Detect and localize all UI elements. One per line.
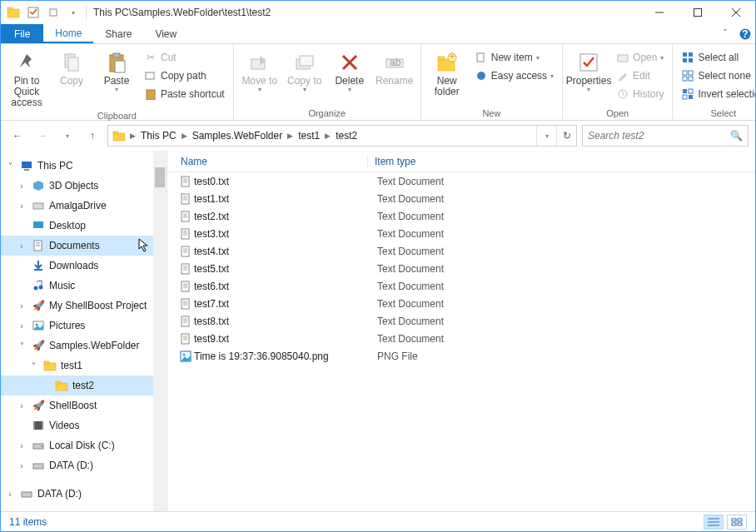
forward-button[interactable]: → (32, 126, 52, 146)
tree-item[interactable]: Videos (1, 415, 167, 435)
tree-test1[interactable]: ˅test1 (1, 355, 167, 375)
crumb-this-pc[interactable]: This PC (139, 130, 178, 142)
file-row[interactable]: test5.txtText Document (177, 260, 755, 277)
tree-item[interactable]: Downloads (1, 256, 167, 276)
collapse-icon[interactable]: ˅ (16, 341, 27, 351)
tree-item[interactable]: ›AmalgaDrive (1, 196, 167, 216)
chevron-right-icon[interactable]: ▶ (323, 132, 332, 140)
expand-icon[interactable]: › (16, 401, 27, 410)
recent-dropdown[interactable]: ▾ (57, 126, 77, 146)
collapse-icon[interactable]: ˅ (27, 361, 39, 370)
move-to-button[interactable]: Move to▾ (239, 46, 281, 94)
expand-icon[interactable]: › (16, 301, 27, 311)
navigation-tree[interactable]: ˅This PC ›3D Objects ›AmalgaDrive Deskto… (1, 151, 167, 511)
address-dropdown[interactable]: ▾ (536, 126, 556, 146)
tab-home[interactable]: Home (43, 24, 93, 43)
open-button[interactable]: Open ▾ (613, 49, 667, 66)
tree-item-documents[interactable]: ›Documents (1, 236, 167, 256)
file-row[interactable]: test7.txtText Document (177, 295, 755, 312)
minimize-button[interactable] (640, 1, 679, 24)
chevron-right-icon[interactable]: ▶ (180, 132, 189, 140)
collapse-icon[interactable]: ˅ (4, 162, 16, 171)
close-button[interactable] (717, 1, 755, 24)
tree-test2-selected[interactable]: test2 (1, 375, 167, 395)
expand-icon[interactable]: › (16, 201, 27, 211)
file-row[interactable]: test9.txtText Document (177, 330, 755, 347)
file-row[interactable]: test2.txtText Document (177, 207, 755, 225)
search-icon[interactable]: 🔍 (730, 130, 743, 142)
folder-icon[interactable] (4, 3, 22, 22)
new-folder-button[interactable]: ✳ New folder (426, 46, 468, 97)
search-input[interactable] (588, 130, 730, 142)
pin-quick-access-button[interactable]: Pin to Quick access (6, 46, 47, 109)
tab-share[interactable]: Share (93, 24, 143, 43)
expand-icon[interactable]: › (4, 490, 16, 499)
select-none-button[interactable]: Select none (678, 67, 756, 84)
tree-item[interactable]: ›3D Objects (1, 176, 167, 196)
cut-button[interactable]: ✂Cut (141, 49, 228, 66)
help-icon[interactable]: ? (735, 24, 755, 43)
details-view-button[interactable] (704, 515, 724, 530)
expand-icon[interactable]: › (16, 181, 27, 191)
column-item-type[interactable]: Item type (367, 156, 755, 167)
select-all-button[interactable]: Select all (678, 49, 756, 66)
paste-button[interactable]: Paste ▾ (96, 46, 137, 94)
refresh-button[interactable]: ↻ (556, 126, 576, 146)
file-row[interactable]: test4.txtText Document (177, 242, 755, 260)
file-row[interactable]: Time is 19:37:36.9085040.pngPNG File (177, 347, 755, 365)
tree-item[interactable]: Music (1, 276, 167, 296)
edit-button[interactable]: Edit (613, 67, 667, 84)
crumb-test1[interactable]: test1 (296, 130, 321, 142)
file-row[interactable]: test8.txtText Document (177, 312, 755, 330)
copy-to-button[interactable]: Copy to▾ (284, 46, 326, 94)
chevron-right-icon[interactable]: ▶ (128, 132, 137, 140)
properties-icon[interactable] (24, 3, 42, 22)
tree-item[interactable]: ›🚀My ShellBoost Project (1, 296, 167, 316)
tab-file[interactable]: File (1, 24, 43, 43)
file-row[interactable]: test3.txtText Document (177, 225, 755, 242)
expand-icon[interactable]: › (16, 321, 27, 331)
expand-icon[interactable]: › (16, 241, 27, 251)
search-box[interactable]: 🔍 (582, 125, 749, 147)
qat-dropdown-icon[interactable] (44, 3, 62, 22)
copy-button[interactable]: Copy (51, 46, 92, 87)
expand-icon[interactable]: › (16, 441, 27, 450)
back-button[interactable]: ← (7, 126, 27, 146)
qat-customize-icon[interactable]: ▾ (64, 3, 82, 22)
scrollbar-thumb[interactable] (155, 167, 165, 187)
paste-shortcut-button[interactable]: Paste shortcut (141, 86, 228, 102)
invert-selection-button[interactable]: Invert selection (678, 86, 756, 102)
history-button[interactable]: History (613, 86, 667, 102)
tree-item[interactable]: ›🚀ShellBoost (1, 395, 167, 415)
tree-item[interactable]: ›DATA (D:) (1, 484, 167, 504)
crumb-test2[interactable]: test2 (334, 130, 359, 142)
maximize-button[interactable] (679, 1, 717, 24)
column-name[interactable]: Name (167, 156, 367, 167)
tree-scrollbar[interactable] (153, 151, 167, 511)
thumbnails-view-button[interactable] (727, 515, 747, 530)
rename-button[interactable]: ab Rename (374, 46, 415, 87)
tree-item[interactable]: ›Local Disk (C:) (1, 435, 167, 455)
delete-button[interactable]: Delete▾ (329, 46, 371, 94)
crumb-samples[interactable]: Samples.WebFolder (191, 130, 285, 142)
file-row[interactable]: test1.txtText Document (177, 190, 755, 207)
file-list[interactable]: test0.txtText Documenttest1.txtText Docu… (167, 172, 755, 511)
up-button[interactable]: ↑ (82, 126, 102, 146)
new-item-button[interactable]: New item ▾ (471, 49, 557, 66)
tree-this-pc[interactable]: ˅This PC (1, 156, 167, 176)
file-row[interactable]: test6.txtText Document (177, 277, 755, 295)
tree-item[interactable]: ›Pictures (1, 316, 167, 336)
easy-access-button[interactable]: Easy access ▾ (471, 67, 557, 84)
tree-item[interactable]: ›DATA (D:) (1, 455, 167, 475)
tree-samples-web[interactable]: ˅🚀Samples.WebFolder (1, 336, 167, 355)
properties-button[interactable]: Properties▾ (568, 46, 609, 94)
tree-item[interactable]: Desktop (1, 216, 167, 236)
collapse-ribbon-icon[interactable]: ˆ (715, 24, 735, 43)
tab-view[interactable]: View (143, 24, 188, 43)
file-row[interactable]: test0.txtText Document (177, 172, 755, 190)
copy-path-button[interactable]: Copy path (141, 67, 228, 84)
address-bar[interactable]: ▶ This PC ▶ Samples.WebFolder ▶ test1 ▶ … (107, 125, 577, 147)
expand-icon[interactable]: › (16, 461, 27, 470)
svg-rect-64 (33, 421, 35, 430)
chevron-right-icon[interactable]: ▶ (286, 132, 295, 140)
